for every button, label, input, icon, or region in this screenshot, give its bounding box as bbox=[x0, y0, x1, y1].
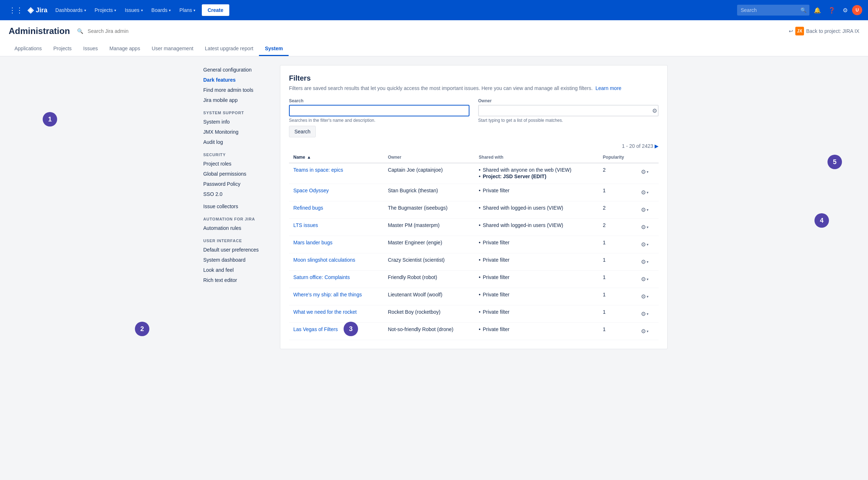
sidebar-item-rich-text-editor[interactable]: Rich text editor bbox=[200, 275, 271, 285]
tab-upgrade-report[interactable]: Latest upgrade report bbox=[199, 42, 259, 56]
shared-item: Shared with logged-in users (VIEW) bbox=[479, 222, 594, 228]
shared-item: Private filter bbox=[479, 326, 594, 332]
next-page-arrow[interactable]: ▶ bbox=[655, 143, 659, 149]
admin-title: Administration bbox=[9, 26, 70, 36]
sidebar-item-issue-collectors[interactable]: Issue collectors bbox=[200, 202, 271, 211]
avatar[interactable]: U bbox=[852, 5, 862, 15]
search-hint: Searches in the filter's name and descri… bbox=[289, 118, 469, 123]
filter-owner-cell: Master PM (masterpm) bbox=[383, 219, 474, 236]
sidebar: General configuration Dark features Find… bbox=[200, 65, 280, 349]
shared-item: Private filter bbox=[479, 274, 594, 280]
help-icon[interactable]: ❓ bbox=[825, 4, 838, 17]
chevron-down-icon: ▾ bbox=[169, 8, 171, 12]
arrow-left-icon: ↩ bbox=[789, 28, 793, 34]
col-owner[interactable]: Owner bbox=[383, 152, 474, 163]
filter-name-link[interactable]: What we need for the rocket bbox=[293, 309, 357, 315]
filter-name-link[interactable]: Saturn office: Complaints bbox=[293, 274, 350, 280]
sidebar-item-general-configuration[interactable]: General configuration bbox=[200, 65, 271, 74]
search-input[interactable] bbox=[737, 5, 809, 16]
create-button[interactable]: Create bbox=[202, 4, 229, 16]
filter-action-button[interactable]: ⚙ ▾ bbox=[639, 274, 650, 284]
table-row: Teams in space: epicsCaptain Joe (captai… bbox=[289, 163, 659, 184]
col-popularity[interactable]: Popularity bbox=[599, 152, 635, 163]
sidebar-item-automation-rules[interactable]: Automation rules bbox=[200, 223, 271, 233]
admin-search-input[interactable] bbox=[88, 28, 153, 34]
tab-system[interactable]: System bbox=[259, 42, 289, 56]
filter-action-button[interactable]: ⚙ ▾ bbox=[639, 257, 650, 267]
logo-text: Jira bbox=[36, 7, 47, 14]
filter-action-cell: ⚙ ▾ bbox=[635, 305, 659, 323]
tab-issues[interactable]: Issues bbox=[77, 42, 103, 56]
grid-icon[interactable]: ⋮⋮ bbox=[6, 3, 26, 17]
filter-shared-cell: Shared with anyone on the web (VIEW)Proj… bbox=[475, 163, 599, 184]
filter-name-link[interactable]: Space Odyssey bbox=[293, 188, 329, 193]
sidebar-section-system-support: SYSTEM SUPPORT bbox=[200, 111, 271, 115]
filter-action-cell: ⚙ ▾ bbox=[635, 201, 659, 219]
sidebar-item-find-admin[interactable]: Find more admin tools bbox=[200, 85, 271, 95]
bell-icon[interactable]: 🔔 bbox=[811, 4, 824, 17]
sidebar-item-default-user-prefs[interactable]: Default user preferences bbox=[200, 245, 271, 254]
search-button[interactable]: Search bbox=[289, 126, 316, 137]
sidebar-item-jmx-monitoring[interactable]: JMX Monitoring bbox=[200, 127, 271, 137]
tab-applications[interactable]: Applications bbox=[9, 42, 48, 56]
filter-action-button[interactable]: ⚙ ▾ bbox=[639, 292, 650, 301]
sidebar-item-sso[interactable]: SSO 2.0 bbox=[200, 189, 271, 199]
filter-name-cell: LTS issues bbox=[289, 219, 383, 236]
nav-plans[interactable]: Plans ▾ bbox=[176, 4, 199, 16]
table-row: Where's my ship: all the thingsLieutenan… bbox=[289, 288, 659, 305]
filter-name-cell: Teams in space: epics bbox=[289, 163, 383, 184]
admin-tabs: Applications Projects Issues Manage apps… bbox=[9, 42, 859, 56]
learn-more-link[interactable]: Learn more bbox=[596, 85, 622, 91]
nav-issues[interactable]: Issues ▾ bbox=[121, 4, 146, 16]
sidebar-item-global-permissions[interactable]: Global permissions bbox=[200, 169, 271, 179]
filter-name-link[interactable]: Mars lander bugs bbox=[293, 240, 332, 245]
search-icon: 🔍 bbox=[77, 28, 83, 34]
shared-item: Private filter bbox=[479, 292, 594, 297]
nav-projects[interactable]: Projects ▾ bbox=[91, 4, 120, 16]
filter-owner-cell: Lieutenant Woolf (woolf) bbox=[383, 288, 474, 305]
filter-action-button[interactable]: ⚙ ▾ bbox=[639, 167, 650, 177]
sidebar-item-look-and-feel[interactable]: Look and feel bbox=[200, 265, 271, 275]
tab-user-management[interactable]: User management bbox=[146, 42, 199, 56]
filter-search-input[interactable] bbox=[289, 105, 469, 116]
jira-logo[interactable]: ◈ Jira bbox=[27, 5, 47, 15]
filter-name-cell: Moon slingshot calculations bbox=[289, 253, 383, 271]
filter-name-link[interactable]: Las Vegas of Filters bbox=[293, 326, 338, 332]
shared-item: Private filter bbox=[479, 188, 594, 193]
owner-settings-button[interactable]: ⚙ bbox=[652, 107, 657, 114]
sidebar-item-dark-features[interactable]: Dark features bbox=[200, 75, 271, 85]
filter-owner-cell: Not-so-friendly Robot (drone) bbox=[383, 323, 474, 340]
back-to-project-link[interactable]: ↩ JX Back to project: JIRA IX bbox=[789, 27, 859, 35]
filter-name-link[interactable]: Moon slingshot calculations bbox=[293, 257, 355, 263]
filter-popularity-cell: 2 bbox=[599, 163, 635, 184]
filter-action-button[interactable]: ⚙ ▾ bbox=[639, 309, 650, 319]
sidebar-item-audit-log[interactable]: Audit log bbox=[200, 137, 271, 147]
nav-boards[interactable]: Boards ▾ bbox=[148, 4, 174, 16]
filter-name-link[interactable]: Refined bugs bbox=[293, 205, 323, 211]
col-shared-with[interactable]: Shared with bbox=[475, 152, 599, 163]
filter-action-button[interactable]: ⚙ ▾ bbox=[639, 240, 650, 249]
nav-dashboards[interactable]: Dashboards ▾ bbox=[52, 4, 90, 16]
filter-shared-cell: Private filter bbox=[475, 253, 599, 271]
sidebar-item-password-policy[interactable]: Password Policy bbox=[200, 179, 271, 189]
tab-manage-apps[interactable]: Manage apps bbox=[104, 42, 146, 56]
filter-action-button[interactable]: ⚙ ▾ bbox=[639, 222, 650, 232]
sidebar-item-project-roles[interactable]: Project roles bbox=[200, 159, 271, 168]
sort-icon: ▴ bbox=[308, 155, 310, 160]
filter-name-cell: Las Vegas of Filters bbox=[289, 323, 383, 340]
filter-name-link[interactable]: Where's my ship: all the things bbox=[293, 292, 362, 297]
owner-input[interactable] bbox=[478, 105, 659, 116]
filter-action-button[interactable]: ⚙ ▾ bbox=[639, 205, 650, 215]
filter-name-link[interactable]: LTS issues bbox=[293, 222, 318, 228]
sidebar-item-jira-mobile[interactable]: Jira mobile app bbox=[200, 95, 271, 105]
sidebar-item-system-dashboard[interactable]: System dashboard bbox=[200, 255, 271, 265]
filter-action-button[interactable]: ⚙ ▾ bbox=[639, 326, 650, 336]
settings-icon[interactable]: ⚙ bbox=[840, 4, 851, 17]
tab-projects[interactable]: Projects bbox=[48, 42, 78, 56]
filter-action-button[interactable]: ⚙ ▾ bbox=[639, 188, 650, 197]
col-name[interactable]: Name ▴ bbox=[289, 152, 383, 163]
filter-owner-cell: Stan Bugrick (thestan) bbox=[383, 184, 474, 201]
admin-search[interactable]: 🔍 bbox=[77, 28, 153, 34]
sidebar-item-system-info[interactable]: System info bbox=[200, 117, 271, 127]
filter-name-link[interactable]: Teams in space: epics bbox=[293, 167, 343, 173]
